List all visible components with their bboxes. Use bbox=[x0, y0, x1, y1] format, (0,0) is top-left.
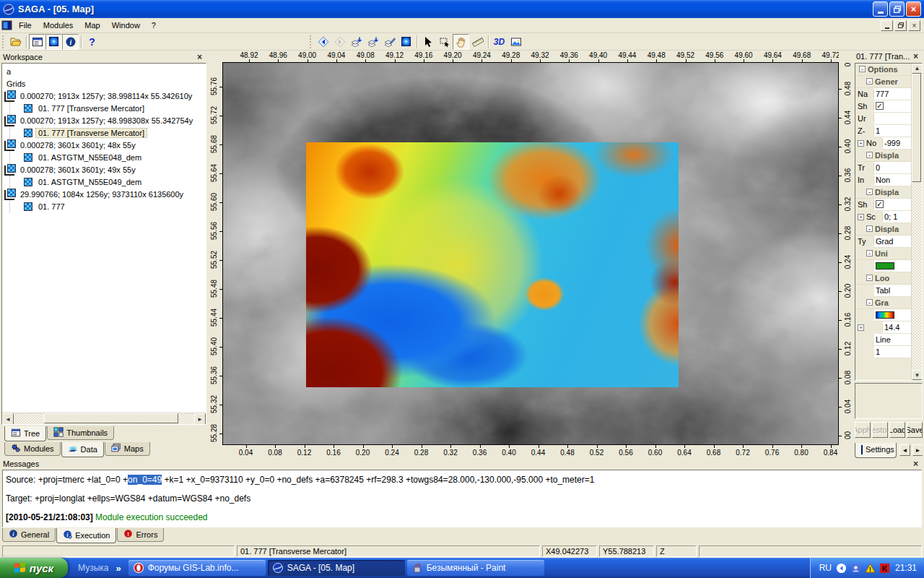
collapse-icon[interactable]: - bbox=[866, 189, 873, 195]
tab-scroll-left-button[interactable]: ◄ bbox=[899, 444, 910, 456]
property-category[interactable]: -Gener bbox=[855, 76, 911, 88]
tab-data[interactable]: Data bbox=[61, 442, 104, 457]
language-indicator[interactable]: RU bbox=[819, 563, 832, 573]
open-file-button[interactable] bbox=[7, 34, 24, 50]
zoom-tool-button[interactable] bbox=[436, 34, 453, 50]
collapse-icon[interactable]: - bbox=[866, 275, 873, 281]
menu-item-window[interactable]: Window bbox=[106, 20, 146, 31]
tree-grid-item[interactable]: 01. 777 [Transverse Mercator] bbox=[4, 102, 206, 114]
tab-thumbnails[interactable]: Thumbnails bbox=[47, 426, 114, 440]
property-category[interactable]: -Displa bbox=[855, 150, 911, 162]
property-row[interactable]: Ur bbox=[855, 113, 911, 125]
taskbar-task-opera[interactable]: Форумы GIS-Lab.info... bbox=[128, 560, 266, 576]
property-value[interactable]: Tabl bbox=[874, 285, 911, 297]
properties-close-button[interactable]: × bbox=[910, 51, 921, 61]
property-value[interactable] bbox=[874, 260, 911, 272]
checkbox-checked-icon[interactable]: ✓ bbox=[876, 200, 884, 208]
tab-tree[interactable]: Tree bbox=[4, 426, 46, 441]
help-button[interactable]: ? bbox=[84, 34, 100, 50]
property-value[interactable]: 1 bbox=[874, 346, 911, 358]
pointer-tool-button[interactable] bbox=[419, 34, 436, 50]
property-category[interactable]: -Loo bbox=[855, 272, 911, 285]
show-messages-button[interactable]: i bbox=[62, 34, 79, 50]
property-category[interactable]: -Displa bbox=[855, 186, 911, 199]
property-value[interactable]: Grad bbox=[874, 236, 911, 248]
property-row[interactable]: Tr0 bbox=[855, 162, 911, 174]
tree-horizontal-scrollbar[interactable]: ◄ ► bbox=[2, 413, 206, 424]
tab-general[interactable]: iGeneral bbox=[2, 528, 56, 542]
save-button[interactable]: Save bbox=[907, 422, 923, 438]
property-row[interactable]: TyGrad bbox=[855, 236, 911, 248]
antivirus-icon[interactable]: K bbox=[879, 562, 891, 574]
checkbox-checked-icon[interactable]: ✓ bbox=[876, 102, 884, 110]
move-layer-down-button[interactable] bbox=[348, 34, 365, 50]
tab-settings[interactable]: Settings bbox=[855, 443, 897, 458]
messages-log[interactable]: Source: +proj=tmerc +lat_0=0 +on_0=49 +k… bbox=[2, 470, 922, 527]
color-swatch[interactable] bbox=[876, 262, 894, 269]
collapse-icon[interactable]: - bbox=[866, 225, 873, 232]
scroll-right-button[interactable]: ► bbox=[194, 413, 206, 425]
property-value[interactable]: ✓ bbox=[874, 100, 911, 113]
menu-item-file[interactable]: File bbox=[13, 20, 38, 31]
mdi-close-button[interactable]: × bbox=[908, 20, 920, 31]
property-row[interactable]: InNon bbox=[855, 174, 911, 186]
tab-errors[interactable]: !Errors bbox=[117, 528, 164, 542]
tree-grid-system[interactable]: 0.000270; 1913x 1257y; 38.998114x 55.342… bbox=[4, 90, 206, 102]
property-value[interactable]: 777 bbox=[874, 88, 911, 100]
edit-layer-button[interactable] bbox=[381, 34, 398, 50]
taskbar-task-saga[interactable]: SAGA - [05. Map] bbox=[268, 560, 405, 576]
menu-item-modules[interactable]: Modules bbox=[38, 20, 79, 31]
property-category[interactable]: -Displa bbox=[855, 223, 911, 236]
toolbar-grip[interactable] bbox=[310, 35, 313, 48]
property-row[interactable]: Line bbox=[855, 334, 911, 346]
show-object-properties-button[interactable] bbox=[45, 34, 62, 50]
scroll-thumb[interactable] bbox=[44, 413, 178, 423]
property-category[interactable]: -Gra bbox=[855, 297, 911, 309]
zoom-previous-button[interactable] bbox=[315, 34, 331, 50]
start-button[interactable]: пуск bbox=[0, 558, 68, 578]
property-row[interactable] bbox=[855, 260, 911, 272]
close-button[interactable]: × bbox=[906, 1, 921, 17]
properties-scrollbar[interactable]: ▲ ▼ bbox=[911, 64, 922, 380]
property-row[interactable]: Sh✓ bbox=[855, 199, 911, 211]
chevron-more-icon[interactable]: » bbox=[116, 563, 121, 574]
show-3d-view-button[interactable]: 3D bbox=[491, 34, 507, 50]
tree-item-grids-group[interactable]: Grids bbox=[4, 77, 206, 90]
property-value[interactable]: 0; 1 bbox=[883, 211, 911, 223]
messages-close-button[interactable]: × bbox=[910, 459, 921, 469]
move-layer-to-bottom-button[interactable] bbox=[365, 34, 381, 50]
scroll-track[interactable] bbox=[14, 413, 194, 424]
scroll-left-button[interactable]: ◄ bbox=[2, 413, 14, 425]
full-extent-button[interactable] bbox=[398, 34, 414, 50]
menu-item-?[interactable]: ? bbox=[146, 20, 162, 31]
collapse-icon[interactable]: - bbox=[866, 299, 873, 306]
property-row[interactable]: Tabl bbox=[855, 285, 911, 297]
measure-tool-button[interactable] bbox=[469, 34, 486, 50]
tab-maps[interactable]: Maps bbox=[105, 442, 150, 456]
tab-scroll-right-button[interactable]: ► bbox=[912, 444, 923, 456]
property-row[interactable]: Z-1 bbox=[855, 125, 911, 137]
taskbar-task-paint[interactable]: Безымянный - Paint bbox=[407, 560, 544, 576]
menu-item-map[interactable]: Map bbox=[79, 20, 105, 31]
show-workspace-button[interactable] bbox=[29, 34, 45, 50]
property-category[interactable]: -Uni bbox=[855, 248, 911, 260]
scroll-thumb[interactable] bbox=[912, 74, 921, 182]
tree-grid-item[interactable]: 01. 777 bbox=[4, 200, 206, 212]
tab-execution[interactable]: iExecution bbox=[56, 528, 116, 543]
property-value[interactable]: -999 bbox=[883, 137, 911, 150]
tree-grid-item[interactable]: 01. ASTGTM_N55E048_dem bbox=[4, 151, 206, 163]
property-row[interactable]: +No-999 bbox=[855, 137, 911, 150]
property-value[interactable] bbox=[874, 309, 911, 322]
save-as-image-button[interactable] bbox=[507, 34, 524, 50]
property-row[interactable]: +Sc0; 1 bbox=[855, 211, 911, 223]
pan-tool-button[interactable] bbox=[453, 34, 469, 50]
scroll-up-button[interactable]: ▲ bbox=[912, 64, 923, 74]
scroll-track[interactable] bbox=[912, 74, 922, 370]
messenger-icon[interactable] bbox=[850, 562, 862, 574]
property-value[interactable] bbox=[874, 113, 911, 125]
expand-icon[interactable]: + bbox=[858, 324, 864, 331]
tree-item-root[interactable]: a bbox=[4, 65, 206, 77]
property-row[interactable]: 1 bbox=[855, 346, 911, 358]
tree-grid-system[interactable]: 0.000278; 3601x 3601y; 48x 55y bbox=[4, 139, 206, 151]
restore-button[interactable] bbox=[889, 1, 905, 17]
